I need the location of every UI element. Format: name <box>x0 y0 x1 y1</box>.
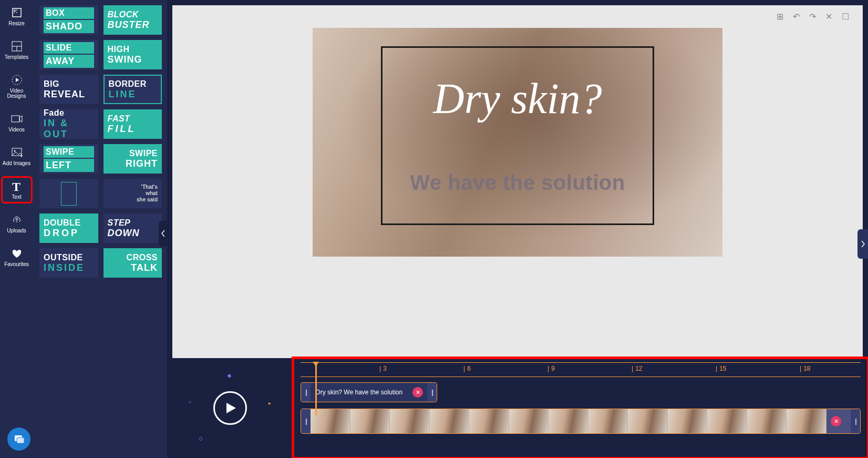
svg-marker-7 <box>19 116 22 122</box>
text-clip-track[interactable]: || Dry skin? We have the solution ✕ || <box>301 382 437 402</box>
video-clip-track[interactable]: || ✕ || <box>301 409 861 434</box>
text-template-tile[interactable]: BLOCKBUSTER <box>104 5 162 35</box>
playhead[interactable] <box>315 363 317 415</box>
svg-marker-5 <box>16 78 19 82</box>
left-sidebar: Resize Templates Video Designs Videos + … <box>0 0 33 458</box>
video-thumbnail <box>549 409 588 433</box>
video-canvas[interactable]: Dry skin? We have the solution <box>313 28 722 257</box>
text-template-tile[interactable]: SLIDEAWAY <box>39 40 98 69</box>
sidebar-label: Resize <box>8 21 25 26</box>
svg-rect-14 <box>17 437 24 443</box>
sidebar-label: Templates <box>5 55 29 60</box>
svg-text:T: T <box>12 180 20 193</box>
uploads-icon <box>11 213 23 226</box>
sidebar-label: Uploads <box>7 228 26 233</box>
play-icon <box>225 402 237 414</box>
text-template-tile[interactable]: FadeIN & OUT <box>39 109 98 139</box>
svg-marker-12 <box>226 403 236 413</box>
chat-support-button[interactable] <box>7 428 30 451</box>
video-thumbnail <box>787 409 826 433</box>
decoration-icon: ○ <box>188 399 191 405</box>
sidebar-item-videos[interactable]: Videos <box>3 110 31 135</box>
delete-clip-button[interactable]: ✕ <box>412 387 423 398</box>
text-template-tile[interactable]: BOXSHADO <box>39 5 98 35</box>
svg-rect-6 <box>12 116 19 122</box>
decoration-icon: ◆ <box>226 372 232 379</box>
video-thumbnail <box>509 409 549 433</box>
sidebar-label: Videos <box>8 127 24 133</box>
resize-icon <box>11 6 23 19</box>
text-template-tile[interactable]: FASTFILL <box>104 109 162 139</box>
video-thumbnail <box>390 409 430 433</box>
clip-end-segment: ✕ <box>826 409 851 433</box>
clip-left-handle[interactable]: || <box>301 383 311 402</box>
play-button[interactable] <box>213 391 247 425</box>
sidebar-label: Text <box>12 195 21 200</box>
timeline-ruler[interactable]: 369121518 <box>301 362 861 377</box>
video-thumbnail <box>588 409 628 433</box>
grid-icon[interactable]: ⊞ <box>777 12 783 22</box>
svg-point-9 <box>14 150 15 152</box>
templates-icon <box>11 40 23 53</box>
text-template-tile[interactable] <box>39 179 98 208</box>
canvas-toolbar: ⊞ ↶ ↷ ✕ ☐ <box>763 5 863 28</box>
sidebar-label: Favourites <box>4 262 29 267</box>
text-template-tile[interactable]: SWIPERIGHT <box>104 144 162 174</box>
sidebar-item-favourites[interactable]: Favourites <box>3 245 31 269</box>
sidebar-label: Add Images <box>3 161 30 166</box>
video-thumbnail <box>707 409 747 433</box>
main-area: ⊞ ↶ ↷ ✕ ☐ Dry skin? We have the solution… <box>167 0 868 458</box>
sidebar-item-resize[interactable]: Resize <box>3 4 31 28</box>
clip-left-handle[interactable]: || <box>301 409 311 433</box>
sidebar-item-templates[interactable]: Templates <box>3 38 31 62</box>
text-templates-panel: BOXSHADOBLOCKBUSTERSLIDEAWAYHIGHSWINGBIG… <box>33 0 167 458</box>
ruler-tick: 18 <box>800 365 810 372</box>
text-template-tile[interactable]: BIGREVEAL <box>39 75 98 104</box>
playback-controls: ◆ ○ ▸ ◇ <box>167 358 293 458</box>
fullscreen-icon[interactable]: ☐ <box>842 12 849 22</box>
canvas-title-text[interactable]: Dry skin? <box>433 74 602 124</box>
text-template-tile[interactable]: DOUBLEDROP <box>39 213 98 243</box>
sidebar-item-text[interactable]: T Text <box>3 178 31 202</box>
video-thumbnail <box>668 409 708 433</box>
text-clip-label: Dry skin? We have the solution <box>311 389 408 396</box>
text-template-tile[interactable]: CROSSTALK <box>104 248 162 278</box>
videos-icon <box>11 113 23 125</box>
heart-icon <box>11 247 23 260</box>
timeline[interactable]: 369121518 || Dry skin? We have the solut… <box>293 358 868 458</box>
video-thumbnail <box>430 409 470 433</box>
sidebar-label: Video Designs <box>3 88 31 99</box>
sidebar-item-add-images[interactable]: + Add Images <box>3 144 31 168</box>
add-images-icon: + <box>11 146 23 159</box>
text-template-tile[interactable]: STEPDOWN <box>104 213 162 243</box>
ruler-tick: 6 <box>463 365 471 372</box>
clip-right-handle[interactable]: || <box>851 409 860 433</box>
video-thumbnails <box>311 409 826 433</box>
text-template-tile[interactable]: 'That'swhatshe said <box>104 179 162 208</box>
right-panel-expand[interactable] <box>857 229 868 259</box>
decoration-icon: ◇ <box>199 435 203 441</box>
panel-collapse-button[interactable] <box>159 221 167 246</box>
video-designs-icon <box>11 74 23 86</box>
video-thumbnail <box>350 409 390 433</box>
text-icon: T <box>11 180 23 192</box>
clip-right-handle[interactable]: || <box>427 383 437 402</box>
ruler-tick: 12 <box>632 365 642 372</box>
chat-icon <box>13 433 25 445</box>
text-template-tile[interactable]: OUTSIDEINSIDE <box>39 248 98 278</box>
video-thumbnail <box>469 409 509 433</box>
text-template-tile[interactable]: HIGHSWING <box>104 40 162 69</box>
canvas-area: ⊞ ↶ ↷ ✕ ☐ Dry skin? We have the solution <box>172 5 863 358</box>
text-template-tile[interactable]: BORDERLINE <box>104 75 162 104</box>
video-thumbnail <box>747 409 787 433</box>
svg-text:+: + <box>20 153 23 158</box>
canvas-text-frame[interactable]: Dry skin? We have the solution <box>381 46 654 225</box>
sidebar-item-video-designs[interactable]: Video Designs <box>3 72 31 101</box>
undo-icon[interactable]: ↶ <box>793 12 800 22</box>
sidebar-item-uploads[interactable]: Uploads <box>3 211 31 236</box>
text-template-tile[interactable]: SWIPELEFT <box>39 144 98 174</box>
redo-icon[interactable]: ↷ <box>809 12 816 22</box>
canvas-subtitle-text[interactable]: We have the solution <box>410 171 625 195</box>
delete-clip-button[interactable]: ✕ <box>831 416 841 426</box>
close-icon[interactable]: ✕ <box>825 12 832 22</box>
